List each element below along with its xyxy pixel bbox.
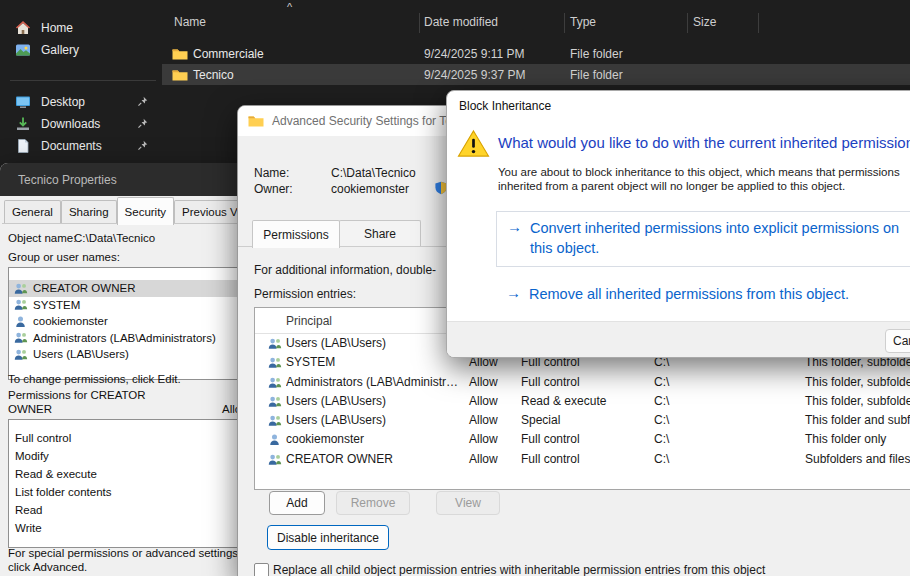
entry-applies-to: This folder, subfolders and files [805,394,910,408]
info-text: For additional information, double- [254,263,436,277]
block-inheritance-dialog: Block Inheritance What would you like to… [446,90,910,358]
permission-entry-row[interactable]: Administrators (LAB\Administrators) Allo… [255,373,910,392]
file-name: Tecnico [193,68,234,82]
block-dialog-body-line1: You are about to block inheritance to th… [498,166,900,178]
group-item[interactable]: Users (LAB\Users) [9,346,245,363]
entry-principal: Users (LAB\Users) [286,413,462,427]
file-type: File folder [570,47,623,61]
column-header-size[interactable]: Size [693,15,716,29]
file-date-modified: 9/24/2025 9:37 PM [424,68,525,82]
advanced-hint-line2: click Advanced. [8,561,87,573]
file-row-commerciale[interactable]: Commerciale 9/24/2025 9:11 PM File folde… [162,43,910,64]
entry-applies-to: This folder only [805,432,886,446]
group-name: CREATOR OWNER [33,282,135,294]
group-item[interactable]: CREATOR OWNER [9,280,245,297]
desktop-icon [15,94,31,110]
sidebar-item-label: Home [41,21,73,35]
sidebar-item-downloads[interactable]: Downloads [6,112,158,135]
permission-entry-row[interactable]: CREATOR OWNER Allow Full control C:\ Sub… [255,450,910,469]
block-dialog-title-bar[interactable]: Block Inheritance [459,99,551,113]
entry-access: Full control [521,432,580,446]
permission-item[interactable]: List folder contents [9,483,245,501]
permission-item[interactable]: Read [9,501,245,519]
permission-entry-row[interactable]: Users (LAB\Users) Allow Special C:\ This… [255,411,910,430]
permission-entry-row[interactable]: cookiemonster Allow Full control C:\ Thi… [255,430,910,449]
tab-general[interactable]: General [4,200,61,223]
entry-inherited-from: C:\ [654,375,669,389]
group-item[interactable]: cookiemonster [9,313,245,330]
screen: Home Gallery Desktop Downloads Documents [0,0,910,576]
button-label: View [455,496,481,510]
edit-hint: To change permissions, click Edit. [8,373,181,385]
option-text-line2: this object. [530,240,599,256]
entry-type: Allow [469,452,498,466]
column-header-date-modified[interactable]: Date modified [424,15,498,29]
pin-icon [137,118,148,129]
column-divider [758,13,759,33]
column-header-principal[interactable]: Principal [286,314,332,328]
group-icon [267,337,282,350]
permission-entry-row[interactable]: Users (LAB\Users) Allow Read & execute C… [255,392,910,411]
entries-label: Permission entries: [254,287,356,301]
sidebar-item-gallery[interactable]: Gallery [6,38,158,61]
tab-share[interactable]: Share [339,220,421,247]
properties-title-bar[interactable]: Tecnico Properties [0,163,248,196]
sidebar-item-desktop[interactable]: Desktop [6,90,158,113]
sidebar-item-documents[interactable]: Documents [6,134,158,157]
group-icon [267,453,282,466]
permission-item[interactable]: Read & execute [9,465,245,483]
owner-label: Owner: [254,182,293,196]
permission-name: Read [15,504,43,516]
tab-label: Share [364,227,396,241]
gallery-icon [15,42,31,58]
group-icon [267,376,282,389]
home-icon [15,20,31,36]
entry-inherited-from: C:\ [654,432,669,446]
entry-principal: Users (LAB\Users) [286,336,462,350]
file-type: File folder [570,68,623,82]
entry-principal: cookiemonster [286,432,462,446]
column-header-type[interactable]: Type [570,15,596,29]
option-text-line1: Remove all inherited permissions from th… [529,286,849,302]
block-dialog-heading: What would you like to do with the curre… [498,134,910,151]
sidebar-item-label: Downloads [41,117,100,131]
entry-principal: Administrators (LAB\Administrators) [286,375,462,389]
tab-permissions[interactable]: Permissions [252,220,340,248]
file-row-tecnico[interactable]: Tecnico 9/24/2025 9:37 PM File folder [162,64,910,85]
entry-type: Allow [469,375,498,389]
folder-icon [172,48,188,60]
permission-item[interactable]: Write [9,519,245,537]
convert-permissions-option[interactable]: → Convert inherited permissions into exp… [496,211,910,267]
group-icon [267,356,282,369]
add-button[interactable]: Add [269,491,325,515]
owner-value: cookiemonster [331,182,409,196]
sidebar-separator [10,80,156,81]
command-arrow-icon: → [506,284,521,301]
groups-list: CREATOR OWNER SYSTEM cookiemonster Admin… [8,267,246,380]
disable-inheritance-button[interactable]: Disable inheritance [267,525,389,550]
entry-applies-to: Subfolders and files only [805,452,910,466]
button-label: Cancel [893,334,910,348]
group-name: Users (LAB\Users) [33,348,129,360]
entry-principal: Users (LAB\Users) [286,394,462,408]
tab-security[interactable]: Security [117,197,175,225]
permissions-for-label-line1: Permissions for CREATOR [8,389,146,401]
advanced-hint-line1: For special permissions or advanced sett… [8,547,241,559]
permission-item[interactable]: Modify [9,447,245,465]
sidebar-item-home[interactable]: Home [6,16,158,39]
group-item[interactable]: Administrators (LAB\Administrators) [9,330,245,347]
cancel-button[interactable]: Cancel [885,329,910,353]
name-value: C:\Data\Tecnico [331,166,416,180]
tab-sharing[interactable]: Sharing [61,200,117,223]
entry-inherited-from: C:\ [654,413,669,427]
permission-item[interactable]: Full control [9,429,245,447]
file-date-modified: 9/24/2025 9:11 PM [424,47,525,61]
remove-permissions-option[interactable]: → Remove all inherited permissions from … [496,283,910,307]
column-header-name[interactable]: Name [174,15,206,29]
group-icon [13,282,28,295]
replace-permissions-checkbox[interactable] [254,563,269,576]
view-button: View [436,491,500,515]
group-item[interactable]: SYSTEM [9,297,245,314]
tab-label: Security [125,206,167,218]
replace-permissions-label: Replace all child object permission entr… [273,563,765,576]
